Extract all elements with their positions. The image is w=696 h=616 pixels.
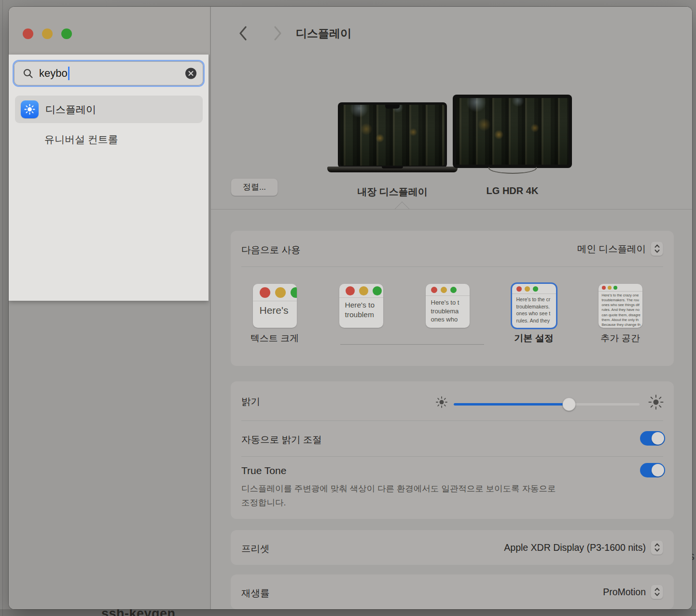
scaling-option-2[interactable]: Here's to troublem [325, 284, 397, 344]
use-as-dropdown[interactable] [651, 241, 663, 256]
scaling-option-label: 추가 공간 [600, 332, 640, 344]
true-tone-label: True Tone [241, 465, 286, 476]
mini-titlebar [512, 284, 556, 294]
search-result-universal-control[interactable]: 유니버설 컨트롤 [15, 127, 203, 152]
use-as-label: 다음으로 사용 [241, 243, 300, 256]
refresh-rate-label: 재생률 [241, 587, 270, 600]
mini-preview-text: Here's [253, 301, 297, 317]
preset-card: 프리셋 Apple XDR Display (P3-1600 nits) [231, 530, 674, 565]
laptop-notch [385, 105, 400, 109]
display-brightness-icon [21, 100, 39, 118]
scaling-preview: Here's to the crazy one troublemakers. T… [599, 284, 642, 328]
refresh-rate-card: 재생률 ProMotion [231, 574, 674, 609]
mini-zoom-icon [450, 287, 457, 293]
mini-zoom-icon [533, 286, 538, 292]
search-results-panel: keybo [9, 55, 209, 301]
brightness-card: 밝기 자동으로 밝기 조절 [231, 381, 674, 519]
builtin-display-wallpaper [340, 105, 445, 166]
mini-preview-text: Here's to the crazy one troublemakers. T… [599, 292, 642, 327]
mini-zoom-icon [373, 286, 382, 295]
laptop-base [327, 167, 458, 172]
titlebar[interactable] [9, 7, 210, 55]
system-settings-window: keybo [9, 7, 692, 609]
close-button[interactable] [23, 28, 33, 39]
arrange-displays-button[interactable]: 정렬... [231, 178, 278, 196]
display-options-card: 다음으로 사용 메인 디스플레이 Here's 텍스트 크게 [231, 231, 674, 366]
mini-minimize-icon [525, 286, 530, 292]
mini-minimize-icon [275, 287, 286, 298]
brightness-low-icon [435, 396, 448, 408]
brightness-row: 밝기 [231, 381, 674, 420]
section-divider [211, 209, 692, 210]
mini-preview-text: Here's to troublem [339, 298, 383, 320]
mini-zoom-icon [613, 286, 617, 290]
builtin-display-thumbnail[interactable] [338, 102, 447, 168]
use-as-value: 메인 디스플레이 [577, 242, 646, 255]
preset-label: 프리셋 [241, 542, 270, 555]
scaling-option-label: 기본 설정 [514, 332, 553, 344]
search-input-value: keybo [39, 67, 68, 80]
search-result-label: 디스플레이 [45, 103, 96, 116]
external-display-wallpaper [456, 98, 569, 165]
scaling-option-default[interactable]: Here's to the cr troublemakers. ones who… [498, 284, 570, 344]
refresh-rate-dropdown[interactable] [651, 585, 663, 599]
brightness-high-icon [648, 394, 664, 410]
brightness-slider-knob[interactable] [562, 398, 575, 411]
mini-close-icon [260, 287, 270, 298]
scaling-option-label: 텍스트 크게 [251, 332, 299, 344]
display-settings-pane: 디스플레이 내장 디스플레이 LG HDR 4K 정렬... 다음으로 사용 메… [211, 7, 692, 609]
mini-minimize-icon [441, 287, 447, 293]
scaling-preview: Here's to t troublema ones who [426, 284, 470, 328]
mini-close-icon [431, 287, 437, 293]
scaling-options-connector-line [340, 344, 484, 345]
sidebar: keybo [9, 7, 210, 609]
external-display-thumbnail[interactable] [453, 95, 572, 168]
true-tone-row: True Tone 디스플레이를 주변광에 맞춰 색상이 다른 환경에서도 일관… [231, 456, 674, 519]
search-result-display[interactable]: 디스플레이 [15, 96, 203, 123]
screen: ssh-keygen s keybo [0, 0, 696, 616]
auto-brightness-label: 자동으로 밝기 조절 [241, 433, 322, 446]
preset-dropdown[interactable] [651, 540, 663, 555]
true-tone-description: 디스플레이를 주변광에 맞춰 색상이 다른 환경에서도 일관적으로 보이도록 자… [241, 482, 608, 510]
toggle-knob [652, 432, 664, 445]
mini-titlebar [253, 284, 297, 301]
zoom-button[interactable] [61, 28, 72, 39]
search-input[interactable]: keybo [13, 60, 205, 87]
forward-button[interactable] [273, 25, 283, 42]
search-result-label: 유니버설 컨트롤 [44, 133, 118, 146]
mini-preview-text: Here's to t troublema ones who [426, 296, 470, 324]
minimize-button[interactable] [42, 28, 53, 39]
mini-titlebar [339, 284, 383, 298]
back-button[interactable] [237, 25, 248, 42]
row-divider [241, 266, 663, 267]
scaling-preview: Here's [253, 284, 297, 328]
mini-titlebar [599, 284, 642, 292]
search-icon [23, 68, 33, 79]
mini-preview-text: Here's to the cr troublemakers. ones who… [512, 294, 556, 324]
refresh-rate-value: ProMotion [603, 587, 646, 598]
auto-brightness-toggle[interactable] [640, 431, 665, 446]
scaling-option-3[interactable]: Here's to t troublema ones who [411, 284, 484, 344]
use-as-row: 다음으로 사용 메인 디스플레이 [231, 231, 674, 266]
page-title: 디스플레이 [296, 26, 351, 41]
text-cursor [68, 67, 70, 80]
builtin-display-label: 내장 디스플레이 [338, 185, 447, 198]
background-window-edge [2, 0, 3, 616]
preset-value: Apple XDR Display (P3-1600 nits) [504, 542, 646, 553]
scaling-option-larger-text[interactable]: Here's 텍스트 크게 [238, 284, 311, 344]
mini-titlebar [426, 284, 470, 296]
mini-minimize-icon [359, 286, 368, 295]
scaling-preview: Here's to troublem [339, 284, 383, 328]
mini-close-icon [346, 286, 355, 295]
auto-brightness-row: 자동으로 밝기 조절 [231, 420, 674, 456]
mini-minimize-icon [608, 286, 612, 290]
scaling-option-more-space[interactable]: Here's to the crazy one troublemakers. T… [584, 284, 656, 344]
clear-search-button[interactable] [185, 68, 196, 79]
external-display-label: LG HDR 4K [453, 185, 572, 196]
true-tone-toggle[interactable] [640, 463, 665, 477]
mini-zoom-icon [291, 287, 297, 298]
brightness-slider[interactable] [454, 403, 640, 406]
monitor-stand [488, 167, 537, 174]
brightness-slider-fill [454, 403, 569, 406]
brightness-label: 밝기 [241, 395, 260, 408]
